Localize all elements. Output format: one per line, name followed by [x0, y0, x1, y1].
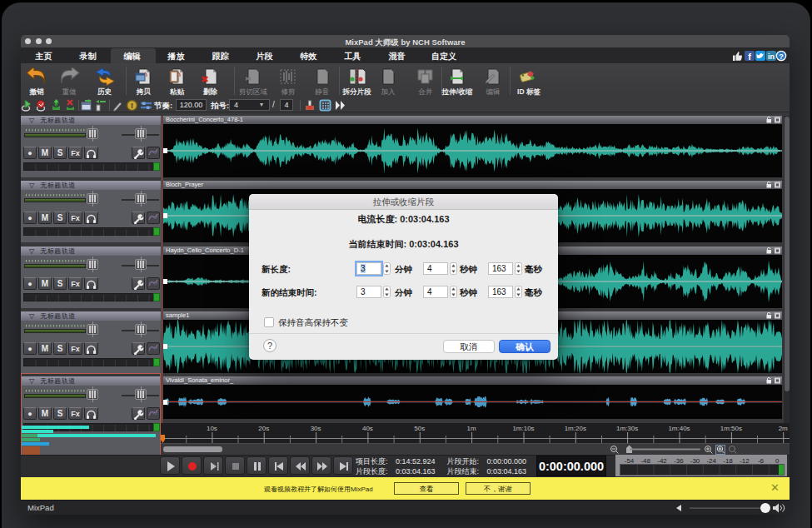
svg-text:40s: 40s	[362, 425, 373, 432]
svg-text:in: in	[768, 52, 775, 61]
svg-text:1m:40s: 1m:40s	[668, 425, 690, 432]
svg-text:?: ?	[779, 52, 784, 61]
svg-text:!: !	[131, 102, 133, 110]
svg-text:2m: 2m	[779, 425, 788, 432]
svg-text:20s: 20s	[258, 425, 269, 432]
svg-text:50s: 50s	[414, 425, 425, 432]
svg-text:10s: 10s	[207, 425, 217, 432]
svg-text:30s: 30s	[311, 425, 321, 432]
svg-text:1m:30s: 1m:30s	[616, 425, 638, 432]
svg-text:1m:20s: 1m:20s	[565, 425, 586, 432]
svg-text:f: f	[748, 52, 751, 62]
svg-text:1m: 1m	[467, 425, 476, 432]
svg-text:1m:50s: 1m:50s	[720, 425, 742, 432]
svg-text:1m:10s: 1m:10s	[512, 425, 534, 432]
